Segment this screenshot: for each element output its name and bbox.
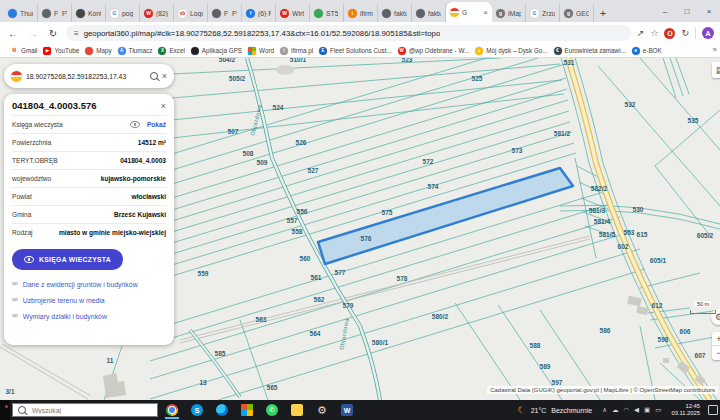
browser-tab[interactable]: W Wirt — [276, 4, 310, 22]
bookmark[interactable]: W @wp Odebrane - W... — [398, 47, 470, 55]
browser-tab[interactable]: f (6) F — [242, 4, 276, 22]
search-clear-icon[interactable]: × — [162, 71, 167, 81]
panel-link[interactable]: Wymiary działki i budynków — [12, 310, 166, 322]
browser-tab[interactable]: G Zrzu — [526, 4, 560, 22]
site-info-icon[interactable]: ≡ — [74, 29, 79, 38]
browser-tab[interactable]: W (82) — [140, 4, 174, 22]
weather-temperature[interactable]: 21°C — [531, 407, 547, 414]
window-minimize-button[interactable]: – — [654, 0, 676, 22]
new-tab-button[interactable]: + — [594, 4, 612, 22]
tray-network-icon[interactable]: ◠ — [623, 406, 629, 414]
parcel-attribute-row: TERYT.OBRĘB 041804_4.0003 — [12, 151, 166, 169]
panel-link[interactable]: Uzbrojenie terenu w media — [12, 294, 166, 306]
action-center-icon[interactable] — [708, 405, 718, 415]
map-search-box[interactable]: 18.90275268,52.59182253,17.43 × — [4, 64, 174, 88]
bookmarks-overflow-icon[interactable]: » — [713, 45, 717, 54]
browser-tab[interactable]: ST5 — [310, 4, 344, 22]
taskbar-search-input[interactable] — [30, 406, 152, 415]
window-close-button[interactable]: × — [698, 0, 720, 22]
tab-favicon — [314, 9, 323, 18]
zoom-out-button[interactable]: − — [712, 346, 720, 360]
weather-moon-icon[interactable]: ☾ — [518, 405, 526, 415]
app-icon — [216, 404, 228, 416]
cropped-taskbar-icon[interactable] — [0, 400, 10, 420]
taskbar-app-edge[interactable] — [214, 401, 230, 419]
profile-avatar[interactable]: A — [702, 27, 714, 39]
bookmarks-bar: » M Gmail ▶ YouTube Mapy A Tłumacz X Exc… — [0, 44, 720, 58]
bookmark-favicon: e — [632, 47, 640, 55]
browser-tab[interactable]: F_FV — [38, 4, 72, 22]
map-attribution: Cadastral Data (GUGiK) geoportal.gov.pl … — [487, 386, 718, 394]
reload-icon[interactable]: ↻ — [46, 28, 60, 39]
panel-link[interactable]: Dane z ewidencji gruntów i budynków — [12, 278, 166, 290]
bookmark[interactable]: Mapy — [85, 47, 111, 55]
scale-bar-line — [690, 310, 716, 314]
bookmark[interactable]: ▲ Mój dysk – Dysk Go... — [475, 47, 547, 55]
ksiega-wieczysta-button[interactable]: KSIĘGA WIECZYSTA — [12, 249, 123, 270]
taskbar-search[interactable] — [12, 403, 158, 417]
forward-icon[interactable]: → — [26, 28, 40, 39]
geoportal-favicon — [450, 8, 459, 17]
bookmark-favicon: ▲ — [475, 47, 483, 55]
browser-tab[interactable]: F_FV — [208, 4, 242, 22]
taskbar-app-chrome[interactable] — [164, 401, 180, 419]
browser-tab[interactable]: G pog — [106, 4, 140, 22]
browser-tab[interactable]: Kont — [72, 4, 106, 22]
tab-favicon: G — [530, 9, 539, 18]
tab-favicon — [42, 9, 51, 18]
tray-onedrive-icon[interactable]: ☁ — [612, 406, 619, 414]
browser-tab[interactable]: i ifirm — [344, 4, 378, 22]
tab-favicon: W — [280, 9, 289, 18]
bookmark[interactable]: X Excel — [158, 47, 184, 55]
bookmark[interactable]: Aplikacja GPS — [191, 47, 242, 55]
adblock-extension-icon[interactable]: O — [664, 28, 675, 39]
taskbar-app-skype[interactable]: S — [189, 401, 205, 419]
search-input[interactable]: 18.90275268,52.59182253,17.43 — [26, 73, 146, 80]
clock-date: 03.11.2025 — [671, 410, 700, 417]
tab-favicon: W — [144, 9, 153, 18]
taskbar-app-word-document[interactable]: W — [339, 401, 355, 419]
tray-battery-icon[interactable]: ▭ — [655, 406, 661, 414]
bookmark[interactable]: e e-BOK — [632, 47, 662, 55]
panel-close-icon[interactable]: × — [161, 101, 166, 111]
taskbar-app-office[interactable] — [239, 401, 255, 419]
tab-favicon: vb — [178, 9, 187, 18]
map-layers-button[interactable]: ▤ — [712, 62, 720, 78]
browser-tab[interactable]: g iMap — [492, 4, 526, 22]
browser-tab[interactable]: faktu — [378, 4, 412, 22]
extension-icon[interactable]: ↻ — [681, 28, 689, 38]
bookmark[interactable]: A Tłumacz — [118, 47, 153, 55]
tray-chevron-up-icon[interactable]: ∧ — [602, 406, 607, 414]
zoom-in-button[interactable]: + — [712, 332, 720, 346]
map-zoom-controls: + − — [712, 332, 720, 360]
address-bar[interactable]: ≡ geoportal360.pl/map/#clk=18.90275268,5… — [66, 25, 631, 41]
tab-close-icon[interactable]: × — [483, 8, 488, 17]
browser-tab-active-geoportal[interactable]: G × — [446, 2, 492, 22]
back-icon[interactable]: ← — [6, 28, 20, 39]
bookmark[interactable]: M Gmail — [10, 47, 37, 55]
window-maximize-button[interactable]: □ — [676, 0, 698, 22]
weather-condition[interactable]: Bezchmurnie — [551, 407, 592, 414]
bookmark[interactable]: Word — [248, 47, 274, 55]
bookmark-star-icon[interactable]: ☆ — [650, 28, 658, 38]
browser-tab[interactable]: g GEO — [560, 4, 594, 22]
browser-tab[interactable]: faktu — [412, 4, 446, 22]
bookmark[interactable]: E Fleet Solutions Cust... — [319, 47, 392, 55]
taskbar-app-settings[interactable]: ⚙ — [314, 401, 330, 419]
browser-tab[interactable]: Thun — [4, 4, 38, 22]
bookmark[interactable]: ▶ YouTube — [43, 47, 79, 55]
bookmark[interactable]: € Eurowinieta zamawi... — [554, 47, 626, 55]
bookmark-favicon: i — [280, 47, 288, 55]
bookmark-favicon: A — [118, 47, 126, 55]
browser-tab[interactable]: vb Logo — [174, 4, 208, 22]
tray-ime-icon[interactable]: ▣ — [644, 406, 650, 414]
parcel-attribute-row: Powiat włocławski — [12, 187, 166, 205]
scale-bar: 50 m — [690, 292, 716, 314]
share-icon[interactable]: ↗ — [637, 28, 645, 38]
taskbar-app-whatsapp[interactable]: ✆ — [264, 401, 280, 419]
search-icon[interactable] — [150, 72, 158, 80]
tray-volume-icon[interactable]: ◀ — [634, 406, 639, 414]
taskbar-clock[interactable]: 12:45 03.11.2025 — [671, 403, 700, 417]
taskbar-app-file-explorer[interactable] — [289, 401, 305, 419]
bookmark[interactable]: i ifirma.pl — [280, 47, 313, 55]
